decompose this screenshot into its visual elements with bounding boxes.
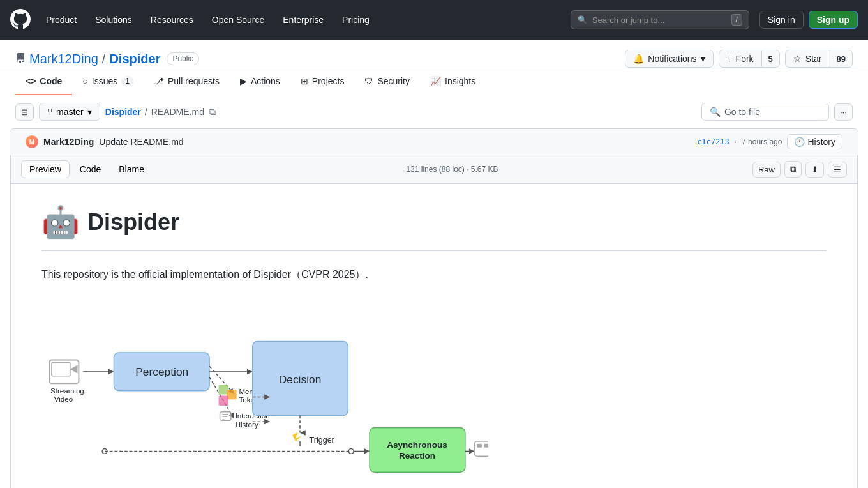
branch-selector[interactable]: ⑂ master ▾	[39, 103, 100, 121]
fork-button[interactable]: ⑂ Fork 5	[719, 50, 780, 68]
github-logo[interactable]	[10, 9, 31, 31]
nav-pricing[interactable]: Pricing	[337, 11, 375, 29]
nav-solutions[interactable]: Solutions	[90, 11, 137, 29]
tab-issues[interactable]: ○ Issues 1	[72, 68, 144, 95]
copy-path-icon[interactable]: ⧉	[209, 107, 216, 118]
search-placeholder: Search or jump to...	[592, 15, 664, 25]
tab-actions[interactable]: ▶ Actions	[230, 68, 290, 95]
fork-count: 5	[768, 54, 773, 64]
breadcrumb-repo[interactable]: Dispider	[105, 107, 141, 117]
readme-emoji: 🤖	[41, 204, 80, 240]
svg-text:Perception: Perception	[135, 365, 188, 377]
search-shortcut: /	[731, 14, 742, 26]
insights-icon: 📈	[430, 76, 441, 86]
file-viewer: Preview Code Blame 131 lines (88 loc) · …	[10, 155, 858, 488]
tab-insights[interactable]: 📈 Insights	[420, 68, 486, 95]
copy-raw-button[interactable]: ⧉	[784, 161, 802, 178]
tab-projects[interactable]: ⊞ Projects	[290, 68, 355, 95]
sidebar-toggle[interactable]: ⊟	[15, 103, 34, 121]
commit-author[interactable]: Mark12Ding	[43, 137, 94, 147]
breadcrumb-file: README.md	[151, 107, 204, 117]
readme-title: Dispider	[87, 209, 179, 236]
file-actions: Raw ⧉ ⬇ ☰	[752, 161, 847, 178]
notifications-button[interactable]: 🔔 Notifications ▾	[625, 50, 713, 68]
repo-name-link[interactable]: Dispider	[109, 52, 160, 66]
commit-separator: ·	[735, 137, 737, 146]
avatar: M	[26, 135, 38, 148]
issues-icon: ○	[82, 76, 87, 86]
search-icon: 🔍	[578, 15, 587, 24]
svg-rect-0	[49, 360, 79, 383]
readme-diagram: Streaming Video Perception Memory Tokens	[41, 298, 827, 479]
download-button[interactable]: ⬇	[805, 162, 824, 178]
branch-icon: ⑂	[47, 107, 52, 117]
nav-enterprise[interactable]: Enterprise	[278, 11, 329, 29]
commit-sha[interactable]: c1c7213	[697, 137, 730, 146]
svg-marker-2	[70, 365, 78, 374]
security-icon: 🛡	[364, 76, 373, 86]
repo-visibility-badge: Public	[167, 52, 199, 65]
svg-rect-40	[484, 443, 488, 447]
svg-rect-1	[52, 362, 70, 376]
file-viewer-header: Preview Code Blame 131 lines (88 loc) · …	[11, 155, 857, 184]
code-icon: <>	[26, 76, 36, 86]
file-meta: 131 lines (88 loc) · 5.67 KB	[406, 165, 498, 174]
readme-description: This repository is the official implemen…	[41, 266, 827, 283]
nav-resources[interactable]: Resources	[146, 11, 198, 29]
architecture-diagram: Streaming Video Perception Memory Tokens	[41, 298, 488, 477]
star-label: Star	[805, 54, 822, 64]
svg-rect-13	[219, 395, 228, 405]
tab-actions-label: Actions	[251, 76, 280, 86]
repo-owner-link[interactable]: Mark12Ding	[29, 52, 98, 66]
preview-tab[interactable]: Preview	[21, 160, 70, 178]
search-area[interactable]: 🔍 Search or jump to... /	[571, 10, 749, 29]
notifications-label: Notifications	[648, 54, 696, 64]
tab-security[interactable]: 🛡 Security	[354, 68, 420, 95]
site-header: Product ▾ Solutions ▾ Resources ▾ Open S…	[0, 0, 868, 40]
star-count: 89	[837, 54, 846, 64]
raw-button[interactable]: Raw	[752, 162, 781, 178]
nav-resources-caret: ▾	[201, 17, 204, 24]
nav-product[interactable]: Product	[41, 11, 82, 29]
svg-text:Decision: Decision	[279, 373, 322, 386]
star-button[interactable]: ☆ Star 89	[785, 50, 853, 68]
file-more-button[interactable]: ☰	[828, 162, 847, 178]
notifications-dropdown-icon: ▾	[701, 54, 705, 64]
nav-product-caret: ▾	[84, 17, 87, 24]
history-button[interactable]: 🕐 History	[787, 134, 842, 149]
nav-open-source[interactable]: Open Source	[207, 11, 270, 29]
tab-code[interactable]: <> Code	[15, 68, 72, 95]
file-nav-right: 🔍 Go to file ···	[701, 103, 853, 121]
goto-file-label: Go to file	[724, 107, 760, 117]
pr-icon: ⎇	[154, 76, 164, 86]
svg-text:Streaming: Streaming	[50, 386, 84, 394]
goto-file-button[interactable]: 🔍 Go to file	[701, 103, 829, 121]
repo-header: Mark12Ding / Dispider Public 🔔 Notificat…	[0, 40, 868, 68]
nav-enterprise-caret: ▾	[331, 17, 334, 24]
svg-rect-34	[370, 427, 465, 472]
code-tab[interactable]: Code	[72, 160, 108, 178]
tab-pull-requests[interactable]: ⎇ Pull requests	[144, 68, 230, 95]
repo-path: Mark12Ding / Dispider Public	[15, 52, 199, 66]
svg-text:Reaction: Reaction	[399, 451, 435, 461]
star-icon: ☆	[793, 54, 802, 64]
more-options-button[interactable]: ···	[834, 103, 853, 121]
svg-text:Asynchronous: Asynchronous	[387, 439, 447, 449]
sign-in-button[interactable]: Sign in	[760, 11, 804, 29]
repo-action-buttons: 🔔 Notifications ▾ ⑂ Fork 5 ☆ Star 89	[625, 50, 853, 68]
branch-dropdown-icon: ▾	[87, 107, 92, 117]
issues-count: 1	[121, 76, 133, 86]
tab-code-label: Code	[40, 76, 62, 86]
history-icon: 🕐	[794, 137, 805, 147]
breadcrumb-separator: /	[145, 107, 147, 117]
file-view-tabs: Preview Code Blame	[21, 160, 152, 178]
file-browser-header: ⊟ ⑂ master ▾ Dispider / README.md ⧉ 🔍 Go…	[0, 95, 868, 128]
svg-text:Trigger: Trigger	[310, 436, 334, 445]
fork-label: Fork	[736, 54, 754, 64]
readme-divider	[41, 250, 827, 251]
history-label: History	[807, 137, 835, 147]
breadcrumb: Dispider / README.md	[105, 107, 204, 117]
sign-up-button[interactable]: Sign up	[809, 11, 858, 29]
blame-tab[interactable]: Blame	[111, 160, 152, 178]
commit-row: M Mark12Ding Update README.md c1c7213 · …	[10, 128, 858, 155]
